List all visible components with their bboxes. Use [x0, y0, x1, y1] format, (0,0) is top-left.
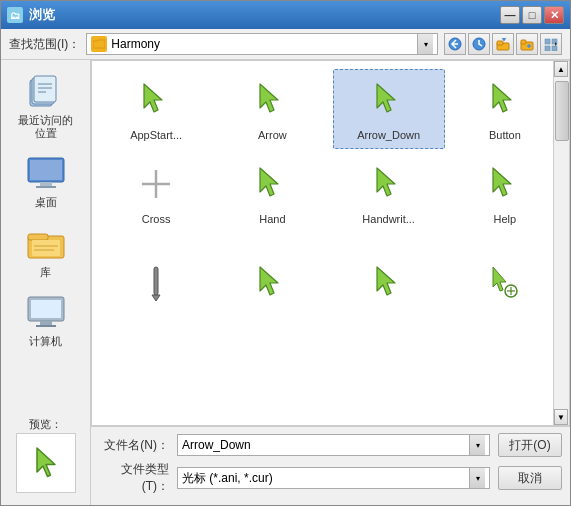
cursor-small-icon [481, 259, 529, 307]
svg-marker-35 [152, 295, 160, 301]
content-area: AppStart... Arrow [91, 60, 570, 505]
sidebar-item-preview: 预览： [6, 414, 86, 497]
hand-icon [248, 160, 296, 208]
svg-rect-21 [40, 182, 52, 186]
filetype-combo[interactable]: 光标 (*.ani, *.cur) ▾ [177, 467, 490, 489]
computer-icon [26, 293, 66, 333]
file-item-hand[interactable]: Hand [216, 153, 328, 233]
svg-rect-25 [32, 240, 60, 256]
maximize-button[interactable]: □ [522, 6, 542, 24]
sidebar-item-library[interactable]: 库 [6, 220, 86, 283]
title-bar-buttons: — □ ✕ [500, 6, 564, 24]
appstart-icon [132, 76, 180, 124]
sidebar-item-computer[interactable]: 计算机 [6, 289, 86, 352]
arrow-label: Arrow [258, 128, 287, 142]
file-item-arrow[interactable]: Arrow [216, 69, 328, 149]
scrollbar-thumb[interactable] [555, 81, 569, 141]
file-item-11[interactable] [333, 238, 445, 318]
svg-rect-22 [36, 186, 56, 188]
file-item-appstart[interactable]: AppStart... [100, 69, 212, 149]
sidebar-item-desktop[interactable]: 桌面 [6, 150, 86, 213]
scrollbar-up-btn[interactable]: ▲ [554, 61, 568, 77]
help-label: Help [494, 212, 517, 226]
bottom-controls: 文件名(N)： Arrow_Down ▾ 打开(O) 文件类型(T)： 光标 (… [91, 426, 570, 505]
file-item-arrow-down[interactable]: Arrow_Down [333, 69, 445, 149]
sidebar-library-label: 库 [40, 266, 51, 279]
svg-rect-29 [31, 300, 61, 318]
back-button[interactable] [444, 33, 466, 55]
filename-label: 文件名(N)： [99, 437, 169, 454]
button-cursor-icon [481, 76, 529, 124]
search-scope-label: 查找范围(I)： [9, 36, 80, 53]
scrollbar-down-btn[interactable]: ▼ [554, 409, 568, 425]
new-folder-button[interactable] [516, 33, 538, 55]
cursor-11-icon [365, 259, 413, 307]
filetype-row: 文件类型(T)： 光标 (*.ani, *.cur) ▾ 取消 [99, 461, 562, 495]
scrollbar[interactable]: ▲ ▼ [553, 61, 569, 425]
handwriting-icon [365, 160, 413, 208]
arrow-down-icon [365, 76, 413, 124]
main-area: 最近访问的 位置 桌面 [1, 60, 570, 505]
toolbar-action-buttons [444, 33, 562, 55]
help-icon [481, 160, 529, 208]
filetype-label: 文件类型(T)： [99, 461, 169, 495]
svg-rect-12 [552, 46, 557, 51]
file-item-button[interactable]: Button [449, 69, 561, 149]
svg-rect-4 [497, 41, 503, 45]
file-item-10[interactable] [216, 238, 328, 318]
handwriting-label: Handwrit... [362, 212, 415, 226]
svg-rect-6 [521, 40, 526, 44]
svg-rect-20 [30, 160, 62, 180]
file-item-handwriting[interactable]: Handwrit... [333, 153, 445, 233]
window-title: 浏览 [29, 6, 500, 24]
recent-icon [26, 72, 66, 112]
file-item-9[interactable] [100, 238, 212, 318]
svg-rect-24 [28, 234, 48, 240]
folder-icon [91, 36, 107, 52]
sidebar-recent-label: 最近访问的 位置 [18, 114, 73, 140]
open-button[interactable]: 打开(O) [498, 433, 562, 457]
filename-row: 文件名(N)： Arrow_Down ▾ 打开(O) [99, 433, 562, 457]
file-item-12[interactable] [449, 238, 561, 318]
svg-rect-9 [545, 39, 550, 44]
preview-cursor-icon [30, 445, 62, 481]
appstart-label: AppStart... [130, 128, 182, 142]
recent-locations-button[interactable] [468, 33, 490, 55]
filetype-combo-arrow[interactable]: ▾ [469, 468, 485, 488]
button-label: Button [489, 128, 521, 142]
file-grid-container: AppStart... Arrow [91, 60, 570, 426]
file-item-cross[interactable]: Cross [100, 153, 212, 233]
sidebar: 最近访问的 位置 桌面 [1, 60, 91, 505]
view-menu-button[interactable] [540, 33, 562, 55]
filename-combo[interactable]: Arrow_Down ▾ [177, 434, 490, 456]
toolbar: 查找范围(I)： Harmony ▾ [1, 29, 570, 60]
svg-rect-11 [545, 46, 550, 51]
file-grid: AppStart... Arrow [92, 61, 569, 326]
filename-value: Arrow_Down [182, 438, 469, 452]
combo-arrow-icon[interactable]: ▾ [417, 34, 433, 54]
svg-rect-31 [36, 325, 56, 327]
pencil-icon [132, 259, 180, 307]
cross-label: Cross [142, 212, 171, 226]
close-button[interactable]: ✕ [544, 6, 564, 24]
cross-icon [132, 160, 180, 208]
filename-combo-arrow[interactable]: ▾ [469, 435, 485, 455]
preview-box [16, 433, 76, 493]
arrow-down-label: Arrow_Down [357, 128, 420, 142]
sidebar-desktop-label: 桌面 [35, 196, 57, 209]
cancel-button[interactable]: 取消 [498, 466, 562, 490]
library-icon [26, 224, 66, 264]
minimize-button[interactable]: — [500, 6, 520, 24]
svg-rect-30 [40, 321, 52, 325]
preview-section-label: 预览： [29, 418, 62, 431]
desktop-icon [26, 154, 66, 194]
sidebar-item-recent[interactable]: 最近访问的 位置 [6, 68, 86, 144]
svg-rect-15 [34, 76, 56, 102]
title-bar: 🗂 浏览 — □ ✕ [1, 1, 570, 29]
file-item-help[interactable]: Help [449, 153, 561, 233]
browse-window: 🗂 浏览 — □ ✕ 查找范围(I)： Harmony ▾ [0, 0, 571, 506]
window-icon: 🗂 [7, 7, 23, 23]
folder-combo[interactable]: Harmony ▾ [86, 33, 438, 55]
filetype-value: 光标 (*.ani, *.cur) [182, 470, 469, 487]
up-folder-button[interactable] [492, 33, 514, 55]
